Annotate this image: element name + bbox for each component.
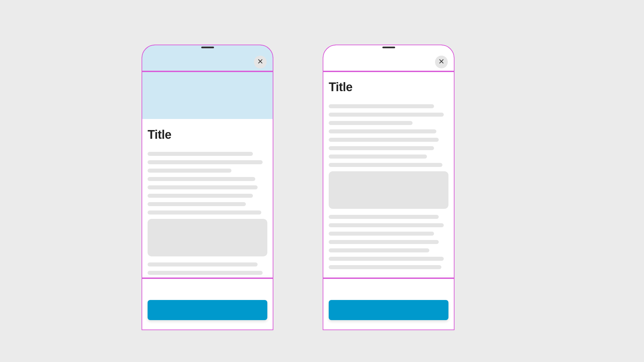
text-placeholder-line	[329, 232, 434, 236]
primary-cta-button[interactable]	[329, 300, 448, 320]
text-placeholder-line	[148, 202, 246, 206]
header-separator	[142, 71, 273, 71]
canvas: Title	[0, 0, 644, 362]
text-placeholder-line	[148, 185, 258, 189]
close-icon	[257, 58, 263, 66]
footer-area	[323, 278, 454, 330]
text-placeholder-line	[329, 248, 429, 252]
text-placeholder-line	[329, 223, 444, 227]
text-placeholder-line	[329, 113, 444, 117]
image-placeholder	[329, 171, 448, 209]
text-placeholder-line	[329, 163, 442, 167]
text-placeholder-line	[148, 169, 231, 173]
text-placeholder-line	[329, 257, 444, 261]
hero-band	[142, 45, 273, 119]
text-placeholder-line	[148, 177, 255, 181]
text-placeholder-line	[329, 265, 441, 269]
text-placeholder-line	[148, 210, 261, 215]
footer-area	[142, 278, 273, 330]
device-notch	[382, 47, 395, 48]
text-placeholder-line	[329, 129, 436, 133]
page-title: Title	[148, 128, 267, 142]
close-button[interactable]	[435, 56, 448, 68]
layout-outline-header	[323, 45, 454, 71]
image-placeholder	[148, 219, 267, 256]
text-placeholder-line	[148, 194, 253, 198]
close-button[interactable]	[254, 56, 267, 68]
text-placeholder-line	[329, 138, 439, 142]
primary-cta-button[interactable]	[148, 300, 267, 320]
text-placeholder-block	[329, 104, 448, 167]
text-placeholder-block	[148, 152, 267, 215]
text-placeholder-line	[329, 146, 434, 150]
phone-mockup-with-hero: Title	[142, 45, 273, 330]
text-placeholder-line	[329, 215, 439, 219]
device-notch	[201, 47, 214, 48]
text-placeholder-line	[148, 160, 263, 164]
page-title: Title	[329, 80, 448, 94]
phone-mockup-no-hero: Title	[323, 45, 454, 330]
text-placeholder-line	[329, 121, 413, 125]
text-placeholder-line	[148, 152, 253, 156]
text-placeholder-line	[329, 104, 434, 108]
text-placeholder-line	[148, 262, 258, 266]
text-placeholder-line	[329, 155, 427, 159]
text-placeholder-block	[329, 215, 448, 269]
text-placeholder-line	[148, 271, 263, 275]
close-icon	[438, 58, 444, 66]
text-placeholder-line	[329, 240, 439, 244]
